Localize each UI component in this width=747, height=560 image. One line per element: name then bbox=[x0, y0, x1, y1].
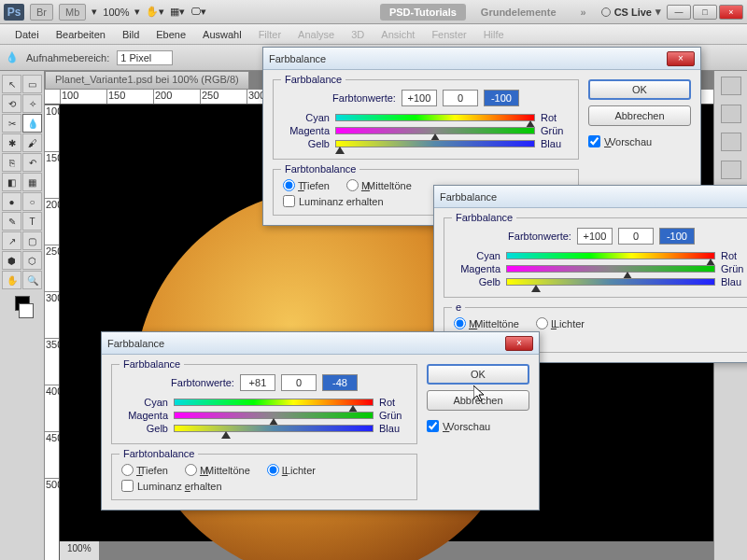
background-swatch[interactable] bbox=[19, 303, 34, 318]
preview-checkbox[interactable]: VVorschau bbox=[427, 420, 529, 432]
ok-button[interactable]: OK bbox=[588, 79, 691, 100]
tool-lasso[interactable]: ⟲ bbox=[2, 94, 21, 113]
levels-label: Farbtonwerte: bbox=[508, 231, 571, 242]
mb-button[interactable]: Mb bbox=[59, 4, 86, 21]
level-magenta-green[interactable] bbox=[281, 374, 317, 391]
tool-crop[interactable]: ✂ bbox=[2, 114, 21, 133]
tool-blur[interactable]: ● bbox=[2, 192, 21, 211]
panel-icon[interactable] bbox=[721, 105, 741, 123]
tool-3dcam[interactable]: ⬡ bbox=[22, 251, 42, 270]
radio-shadows[interactable]: TTiefen bbox=[121, 464, 168, 476]
zoom-level[interactable]: 100% bbox=[103, 7, 129, 18]
minimize-button[interactable]: — bbox=[667, 5, 691, 20]
app-logo: Ps bbox=[4, 4, 24, 21]
panel-icon[interactable] bbox=[721, 161, 741, 179]
slider-magenta-green[interactable] bbox=[506, 265, 715, 273]
br-button[interactable]: Br bbox=[30, 4, 53, 21]
menu-analyse[interactable]: Analyse bbox=[290, 27, 342, 42]
view-icon[interactable]: ▦▾ bbox=[170, 6, 185, 18]
sample-size-label: Aufnahmebereich: bbox=[26, 52, 109, 63]
menu-filter[interactable]: Filter bbox=[251, 27, 289, 42]
cancel-button[interactable]: Abbrechen bbox=[588, 105, 691, 126]
menu-ebene[interactable]: Ebene bbox=[148, 27, 193, 42]
workspace-more[interactable]: » bbox=[571, 4, 596, 21]
group-title: Farbbalance bbox=[452, 212, 516, 223]
radio-highlights[interactable]: LLichter bbox=[267, 464, 316, 476]
tool-brush[interactable]: 🖌 bbox=[22, 133, 42, 152]
tool-move[interactable]: ↖ bbox=[2, 75, 21, 93]
maximize-button[interactable]: □ bbox=[693, 5, 717, 20]
preserve-luminosity[interactable]: Luminanz erhalten bbox=[121, 480, 407, 492]
level-magenta-green[interactable] bbox=[443, 90, 478, 106]
level-cyan-red[interactable] bbox=[402, 90, 437, 106]
panel-icon[interactable] bbox=[721, 133, 741, 151]
document-tab[interactable]: Planet_Variante1.psd bei 100% (RGB/8) bbox=[45, 71, 249, 90]
tool-history[interactable]: ↶ bbox=[22, 153, 42, 172]
level-magenta-green[interactable] bbox=[618, 228, 654, 245]
hand-icon[interactable]: ✋▾ bbox=[146, 6, 164, 18]
tool-3d[interactable]: ⬢ bbox=[2, 251, 21, 270]
radio-midtones[interactable]: MMitteltöne bbox=[454, 317, 519, 329]
slider-yellow-blue[interactable] bbox=[335, 140, 535, 147]
radio-shadows[interactable]: TTiefen bbox=[283, 179, 330, 191]
tool-eyedropper[interactable]: 💧 bbox=[22, 114, 42, 133]
cancel-button[interactable]: Abbrechen bbox=[427, 390, 529, 411]
dialog-titlebar[interactable]: Farbbalance × bbox=[263, 48, 700, 70]
close-icon[interactable]: × bbox=[667, 51, 695, 66]
workspace-tab[interactable]: Grundelemente bbox=[472, 4, 566, 21]
level-cyan-red[interactable] bbox=[577, 228, 613, 245]
preview-checkbox[interactable]: VVorschau bbox=[588, 135, 691, 147]
slider-magenta-green[interactable] bbox=[335, 127, 535, 134]
level-yellow-blue[interactable] bbox=[322, 374, 358, 391]
slider-cyan-red[interactable] bbox=[506, 252, 715, 259]
tool-heal[interactable]: ✱ bbox=[2, 133, 21, 152]
slider-cyan-red[interactable] bbox=[174, 399, 374, 406]
radio-midtones[interactable]: MMitteltöne bbox=[346, 179, 412, 191]
cslive-button[interactable]: CS Live▾ bbox=[601, 6, 661, 18]
dropdown-icon[interactable]: ▾ bbox=[92, 6, 97, 18]
color-balance-group: Farbbalance Farbtonwerte: CyanRot Magent… bbox=[273, 79, 579, 160]
radio-midtones[interactable]: MMitteltöne bbox=[185, 464, 250, 476]
tool-hand[interactable]: ✋ bbox=[2, 271, 21, 289]
tool-gradient[interactable]: ▦ bbox=[22, 173, 42, 191]
tool-zoom[interactable]: 🔍 bbox=[22, 271, 42, 289]
menu-3d[interactable]: 3D bbox=[344, 27, 372, 42]
close-icon[interactable]: × bbox=[505, 336, 533, 351]
menu-auswahl[interactable]: Auswahl bbox=[195, 27, 249, 42]
tool-stamp[interactable]: ⎘ bbox=[2, 153, 21, 172]
tool-pen[interactable]: ✎ bbox=[2, 212, 21, 231]
level-yellow-blue[interactable] bbox=[484, 90, 519, 106]
tool-type[interactable]: T bbox=[22, 212, 42, 231]
level-cyan-red[interactable] bbox=[240, 374, 275, 391]
tool-shape[interactable]: ▢ bbox=[22, 231, 42, 250]
tool-marquee[interactable]: ▭ bbox=[22, 75, 42, 93]
tool-eraser[interactable]: ◧ bbox=[2, 173, 21, 191]
slider-cyan-red[interactable] bbox=[335, 114, 535, 121]
dialog-titlebar[interactable]: Farbbalance × bbox=[102, 332, 539, 355]
slider-yellow-blue[interactable] bbox=[506, 278, 715, 286]
menu-bild[interactable]: Bild bbox=[115, 27, 147, 42]
menu-bearbeiten[interactable]: Bearbeiten bbox=[49, 27, 113, 42]
menu-hilfe[interactable]: Hilfe bbox=[476, 27, 512, 42]
menu-ansicht[interactable]: Ansicht bbox=[374, 27, 422, 42]
slider-magenta-green[interactable] bbox=[174, 412, 374, 419]
radio-highlights[interactable]: LLichter bbox=[536, 317, 585, 329]
tool-dodge[interactable]: ○ bbox=[22, 192, 42, 211]
close-window-button[interactable]: × bbox=[719, 5, 743, 20]
eyedropper-icon[interactable]: 💧 bbox=[6, 51, 19, 63]
workspace-tab-active[interactable]: PSD-Tutorials bbox=[380, 4, 466, 21]
menu-datei[interactable]: Datei bbox=[7, 27, 47, 42]
menu-fenster[interactable]: Fenster bbox=[424, 27, 473, 42]
panel-icon[interactable] bbox=[721, 77, 741, 95]
color-swatches[interactable] bbox=[2, 296, 42, 318]
slider-yellow-blue[interactable] bbox=[174, 425, 374, 432]
screen-icon[interactable]: 🖵▾ bbox=[190, 6, 206, 18]
color-balance-group: Farbbalance Farbtonwerte: CyanRot Magent… bbox=[444, 217, 747, 298]
dialog-titlebar[interactable]: Farbbalance bbox=[434, 186, 747, 208]
sample-size-input[interactable] bbox=[117, 50, 173, 65]
tool-wand[interactable]: ✧ bbox=[22, 94, 42, 113]
level-yellow-blue[interactable] bbox=[659, 228, 695, 245]
ok-button[interactable]: OK bbox=[427, 364, 529, 385]
tool-path[interactable]: ↗ bbox=[2, 231, 21, 250]
group-title: Farbtonbalance bbox=[281, 163, 359, 175]
